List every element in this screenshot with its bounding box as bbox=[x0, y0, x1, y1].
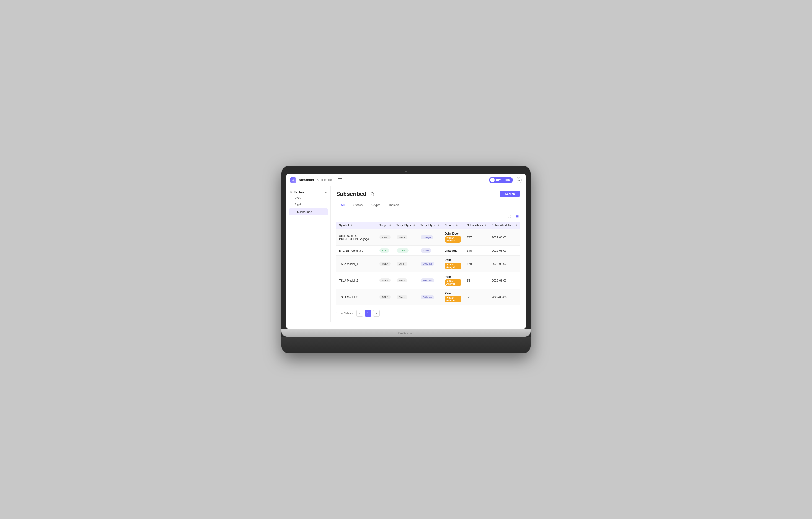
cell-subscribed-time: 2022-08-03 bbox=[489, 289, 520, 305]
target-type-badge: Stock bbox=[397, 278, 408, 282]
tab-indices[interactable]: Indices bbox=[385, 201, 403, 209]
toggle-knob bbox=[490, 178, 495, 182]
svg-rect-3 bbox=[508, 215, 509, 216]
col-subscribed-time[interactable]: Subscribed Time ⇅ bbox=[489, 222, 520, 229]
target-type2-badge: 5 Days bbox=[420, 235, 433, 239]
svg-rect-5 bbox=[508, 217, 509, 218]
sidebar-item-crypto[interactable]: Crypto bbox=[290, 201, 327, 207]
search-button[interactable]: Search bbox=[500, 191, 520, 197]
col-target-type2[interactable]: Target Type ⇅ bbox=[418, 222, 442, 229]
table-row: TSLA Model_3 TSLA Stock 60 Mins Rein ★ S… bbox=[336, 289, 520, 305]
investor-toggle[interactable]: INVESTOR bbox=[489, 177, 513, 183]
table-body: Apple 60mins PROJECTION Gogogo AAPL Stoc… bbox=[336, 229, 520, 305]
table-row: BTC 1h Forcasting BTC Crypto 24 Hr Linan… bbox=[336, 246, 520, 256]
cell-name: Apple 60mins PROJECTION Gogogo bbox=[336, 229, 377, 246]
search-icon-button[interactable] bbox=[369, 191, 376, 197]
screen: A Armadillo S-Ensembler INVESTOR bbox=[286, 174, 526, 329]
creator-name: Rein bbox=[445, 275, 462, 278]
subscribed-nav-icon: ☰ bbox=[293, 211, 295, 214]
sidebar-section-title: ⊙ Explore bbox=[290, 191, 305, 194]
star-analyst-badge: ★ Star Analyst bbox=[445, 236, 462, 243]
sidebar-item-stock[interactable]: Stock bbox=[290, 195, 327, 201]
cell-subscribers: 346 bbox=[464, 246, 489, 256]
sidebar-subscribed-label: Subscribed bbox=[297, 210, 312, 214]
symbol-badge: TSLA bbox=[379, 295, 390, 299]
creator-name: John Dow bbox=[445, 232, 462, 235]
cell-creator: Rein ★ Star Analyst bbox=[442, 289, 464, 305]
cell-symbol: TSLA bbox=[377, 256, 394, 272]
star-analyst-badge: ★ Star Analyst bbox=[445, 296, 462, 302]
cell-name: TSLA Model_1 bbox=[336, 256, 377, 272]
tab-all[interactable]: All bbox=[336, 201, 349, 209]
hamburger-icon[interactable] bbox=[338, 179, 342, 182]
symbol-badge: AAPL bbox=[379, 235, 390, 239]
user-avatar-icon[interactable] bbox=[516, 177, 522, 183]
symbol-badge: TSLA bbox=[379, 278, 390, 282]
sidebar-explore-header[interactable]: ⊙ Explore ▲ bbox=[290, 189, 327, 195]
col-target[interactable]: Target ⇅ bbox=[377, 222, 394, 229]
laptop-frame: A Armadillo S-Ensembler INVESTOR bbox=[282, 166, 530, 353]
tab-stocks[interactable]: Stocks bbox=[349, 201, 367, 209]
cell-subscribed-time: 2022-08-03 bbox=[489, 246, 520, 256]
creator-cell: Rein ★ Star Analyst bbox=[445, 275, 462, 286]
cell-target-type2: 60 Mins bbox=[418, 289, 442, 305]
table-row: Apple 60mins PROJECTION Gogogo AAPL Stoc… bbox=[336, 229, 520, 246]
cell-subscribers: 56 bbox=[464, 289, 489, 305]
table-row: TSLA Model_2 TSLA Stock 60 Mins Rein ★ S… bbox=[336, 272, 520, 289]
explore-icon: ⊙ bbox=[290, 191, 292, 194]
star-analyst-badge: ★ Star Analyst bbox=[445, 263, 462, 269]
col-symbol[interactable]: Symbol ⇅ bbox=[336, 222, 377, 229]
sidebar: ⊙ Explore ▲ Stock Crypto ☰ Subs bbox=[286, 186, 331, 322]
main-content: ⊙ Explore ▲ Stock Crypto ☰ Subs bbox=[286, 186, 526, 322]
sidebar-item-subscribed[interactable]: ☰ Subscribed bbox=[289, 208, 328, 216]
list-view-icon[interactable] bbox=[514, 213, 520, 219]
model-name: TSLA Model_2 bbox=[339, 279, 358, 282]
table-controls bbox=[336, 213, 520, 219]
cell-creator: John Dow ★ Star Analyst bbox=[442, 229, 464, 246]
svg-line-2 bbox=[373, 195, 374, 195]
svg-point-0 bbox=[518, 179, 519, 180]
cell-target-type2: 60 Mins bbox=[418, 256, 442, 272]
cell-name: BTC 1h Forcasting bbox=[336, 246, 377, 256]
cell-symbol: AAPL bbox=[377, 229, 394, 246]
svg-rect-4 bbox=[510, 215, 511, 216]
cell-name: TSLA Model_3 bbox=[336, 289, 377, 305]
page-header: Subscribed Search bbox=[336, 191, 520, 197]
model-name: Apple 60mins PROJECTION Gogogo bbox=[339, 234, 369, 241]
grid-view-icon[interactable] bbox=[506, 213, 512, 219]
cell-name: TSLA Model_2 bbox=[336, 272, 377, 289]
macbook-label: MacBook Air bbox=[398, 332, 414, 334]
topbar: A Armadillo S-Ensembler INVESTOR bbox=[286, 174, 526, 186]
creator-name: Linanana bbox=[445, 249, 462, 252]
cell-target-type2: 5 Days bbox=[418, 229, 442, 246]
target-type2-badge: 60 Mins bbox=[420, 278, 434, 282]
svg-rect-6 bbox=[510, 217, 511, 218]
pagination-page-1[interactable]: 1 bbox=[365, 310, 371, 317]
cell-subscribers: 747 bbox=[464, 229, 489, 246]
col-target-type[interactable]: Target Type ⇅ bbox=[394, 222, 418, 229]
col-creator[interactable]: Creator ⇅ bbox=[442, 222, 464, 229]
tab-crypto[interactable]: Crypto bbox=[367, 201, 385, 209]
cell-symbol: TSLA bbox=[377, 289, 394, 305]
sidebar-explore-section: ⊙ Explore ▲ Stock Crypto bbox=[286, 189, 330, 207]
pagination-prev[interactable]: ‹ bbox=[356, 310, 363, 317]
camera bbox=[405, 171, 407, 172]
chevron-up-icon: ▲ bbox=[325, 191, 327, 194]
target-type2-badge: 60 Mins bbox=[420, 295, 434, 299]
cell-symbol: TSLA bbox=[377, 272, 394, 289]
col-subscribers[interactable]: Subscribers ⇅ bbox=[464, 222, 489, 229]
app-subtitle: S-Ensembler bbox=[317, 179, 333, 182]
cell-target-type: Stock bbox=[394, 289, 418, 305]
app-name: Armadillo bbox=[299, 178, 314, 182]
table-header-row: Symbol ⇅ Target ⇅ Target Type ⇅ Target T… bbox=[336, 222, 520, 229]
investor-label: INVESTOR bbox=[496, 179, 510, 182]
creator-name: Rein bbox=[445, 292, 462, 295]
pagination-next[interactable]: › bbox=[373, 310, 380, 317]
creator-cell: Rein ★ Star Analyst bbox=[445, 292, 462, 302]
content-area: Subscribed Search All Stocks Crypto bbox=[331, 186, 526, 322]
laptop-keyboard bbox=[282, 337, 530, 353]
app-container: A Armadillo S-Ensembler INVESTOR bbox=[286, 174, 526, 322]
pagination: 1-3 of 3 items ‹ 1 › bbox=[336, 305, 520, 318]
pagination-info: 1-3 of 3 items bbox=[336, 312, 353, 315]
target-type2-badge: 24 Hr bbox=[420, 248, 432, 252]
